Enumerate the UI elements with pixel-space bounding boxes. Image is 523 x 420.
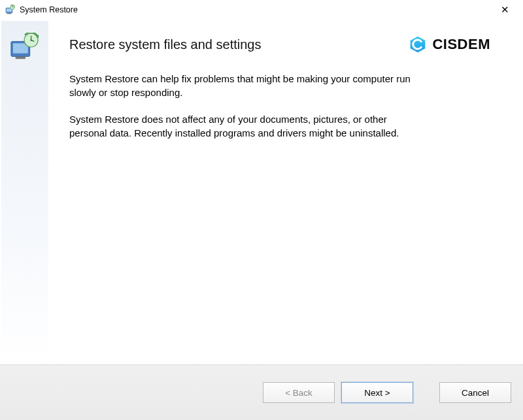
- next-button[interactable]: Next >: [341, 382, 413, 403]
- system-restore-large-icon: [10, 33, 40, 63]
- description-para-1: System Restore can help fix problems tha…: [69, 72, 422, 99]
- brand-text: CISDEM: [432, 36, 490, 53]
- svg-rect-2: [7, 13, 11, 14]
- svg-point-16: [37, 40, 38, 40]
- brand-logo: CISDEM: [409, 35, 490, 54]
- wizard-body: Restore system files and settings: [1, 21, 522, 363]
- cancel-button[interactable]: Cancel: [439, 382, 511, 403]
- heading-row: Restore system files and settings: [69, 35, 490, 54]
- system-restore-icon: [5, 5, 16, 15]
- svg-point-15: [31, 33, 31, 34]
- page-title: Restore system files and settings: [69, 37, 261, 52]
- wizard-sidebar: [1, 21, 48, 363]
- description-para-2: System Restore does not affect any of yo…: [69, 112, 422, 140]
- titlebar: System Restore ✕: [0, 0, 523, 20]
- cisdem-logo-icon: [409, 35, 427, 54]
- wizard-content: Restore system files and settings: [48, 21, 522, 363]
- wizard-button-bar: < Back Next > Cancel: [0, 364, 523, 420]
- svg-rect-9: [16, 56, 25, 59]
- window-title: System Restore: [20, 5, 492, 14]
- close-button[interactable]: ✕: [492, 0, 518, 20]
- back-button: < Back: [263, 382, 335, 403]
